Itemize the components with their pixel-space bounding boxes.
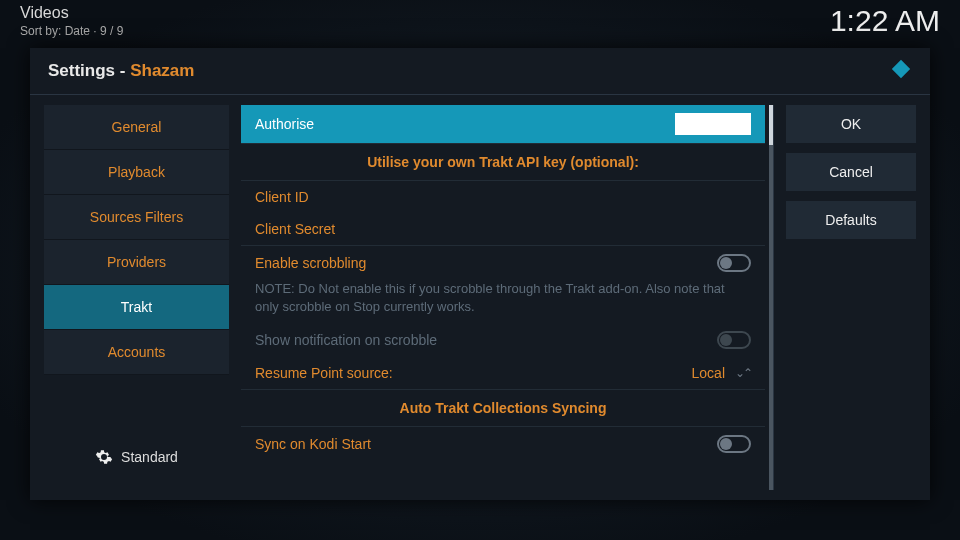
setting-client-secret[interactable]: Client Secret [241,213,765,246]
scrobble-note-text: NOTE: Do Not enable this if you scrobble… [255,280,751,315]
gear-icon [95,448,113,466]
sidebar-item-general[interactable]: General [44,105,229,150]
setting-sync-on-start[interactable]: Sync on Kodi Start [241,427,765,461]
breadcrumb-section: Videos [20,4,123,22]
sidebar-item-accounts[interactable]: Accounts [44,330,229,375]
dialog-title-addon: Shazam [130,61,194,80]
setting-resume-point-source[interactable]: Resume Point source: Local ⌄⌃ [241,357,765,390]
updown-icon: ⌄⌃ [735,366,751,380]
sidebar-item-playback[interactable]: Playback [44,150,229,195]
settings-level[interactable]: Standard [44,430,229,490]
scrollbar[interactable] [769,105,773,490]
setting-client-secret-label: Client Secret [255,221,335,237]
setting-authorise[interactable]: Authorise [241,105,765,144]
sidebar-item-sources-filters[interactable]: Sources Filters [44,195,229,240]
sort-info: Sort by: Date · 9 / 9 [20,24,123,38]
dialog-title: Settings - Shazam [48,61,194,81]
scrollbar-thumb[interactable] [769,105,773,145]
toggle-enable-scrobbling[interactable] [717,254,751,272]
clock: 1:22 AM [830,4,940,38]
category-sidebar: General Playback Sources Filters Provide… [44,105,229,490]
section-auto-sync: Auto Trakt Collections Syncing [241,390,765,427]
setting-enable-scrobbling-label: Enable scrobbling [255,255,366,271]
resume-point-label: Resume Point source: [255,365,393,381]
setting-show-notification: Show notification on scrobble [241,323,765,357]
setting-sync-on-start-label: Sync on Kodi Start [255,436,371,452]
kodi-logo-icon [890,58,912,84]
toggle-show-notification [717,331,751,349]
setting-client-id-label: Client ID [255,189,309,205]
section-trakt-api-key: Utilise your own Trakt API key (optional… [241,144,765,181]
scrobble-note-row: NOTE: Do Not enable this if you scrobble… [241,280,765,323]
sidebar-item-trakt[interactable]: Trakt [44,285,229,330]
settings-content: Authorise Utilise your own Trakt API key… [241,105,774,490]
authorise-value [675,113,751,135]
cancel-button[interactable]: Cancel [786,153,916,191]
ok-button[interactable]: OK [786,105,916,143]
settings-level-label: Standard [121,449,178,465]
defaults-button[interactable]: Defaults [786,201,916,239]
setting-enable-scrobbling[interactable]: Enable scrobbling [241,246,765,280]
toggle-sync-on-start[interactable] [717,435,751,453]
resume-point-value: Local [692,365,725,381]
sidebar-item-providers[interactable]: Providers [44,240,229,285]
setting-client-id[interactable]: Client ID [241,181,765,213]
dialog-actions: OK Cancel Defaults [786,105,916,490]
dialog-title-prefix: Settings - [48,61,130,80]
setting-authorise-label: Authorise [255,116,314,132]
setting-show-notification-label: Show notification on scrobble [255,332,437,348]
settings-dialog: Settings - Shazam General Playback Sourc… [30,48,930,500]
